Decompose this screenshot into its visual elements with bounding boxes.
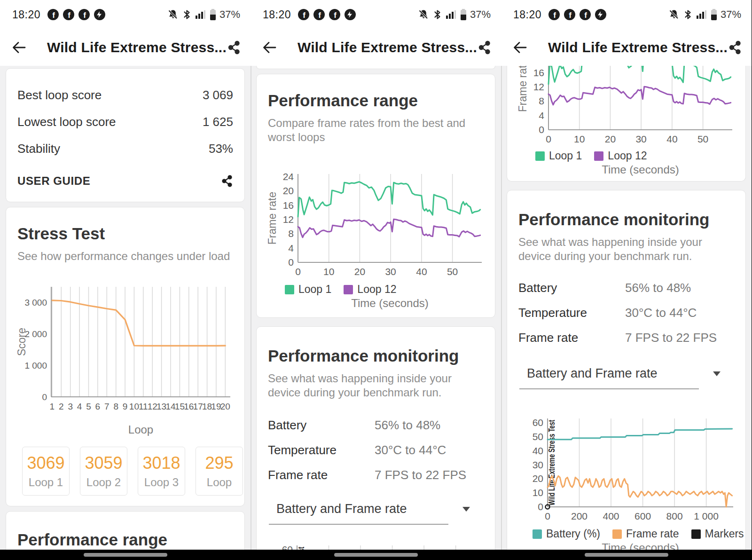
loop-score-value: 295	[205, 453, 233, 473]
legend-label: Loop 1	[298, 283, 331, 296]
svg-text:3 000: 3 000	[24, 298, 47, 308]
svg-text:20: 20	[220, 402, 230, 411]
home-gesture-handle[interactable]	[334, 553, 418, 557]
monitoring-value: 30°C to 44°C	[375, 443, 446, 457]
svg-text:10: 10	[533, 487, 543, 498]
loop-score-card: 3069 Loop 1	[22, 447, 70, 496]
monitoring-row: Battery 56% to 48%	[268, 413, 484, 438]
chart-svg: 01 0002 0003 000123456789101112131415161…	[17, 282, 234, 421]
svg-text:4: 4	[288, 243, 294, 253]
performance-range-chart: 0481216202401020304050Frame rate	[257, 169, 495, 280]
page-title: Wild Life Extreme Stress...	[548, 39, 728, 55]
svg-text:0: 0	[545, 511, 550, 521]
metric-dropdown[interactable]: Battery and Frame rate	[507, 366, 745, 389]
performance-monitoring-card: Performance monitoring See what was happ…	[256, 326, 495, 550]
chart-legend: Battery (%)Frame rateMarkers	[533, 528, 745, 540]
svg-text:16: 16	[184, 402, 194, 411]
chevron-down-icon	[462, 507, 470, 512]
svg-text:f: f	[68, 11, 70, 20]
monitoring-value: 56% to 48%	[625, 281, 691, 295]
section-subtitle: See what was happening inside your devic…	[268, 371, 484, 400]
share-button[interactable]	[728, 40, 742, 55]
svg-text:20: 20	[283, 185, 294, 196]
scroll-area[interactable]: Performance range Compare frame rates fr…	[251, 66, 501, 550]
share-icon[interactable]	[221, 175, 233, 187]
screenshot-triptych: 18:20 f f f 37% Wild Life Extreme Stress…	[0, 0, 752, 550]
svg-text:6: 6	[95, 402, 101, 411]
home-gesture-handle[interactable]	[585, 553, 668, 557]
facebook-icon: f	[579, 8, 591, 21]
loop-score-label: Loop	[207, 476, 232, 489]
monitoring-label: Frame rate	[518, 331, 625, 345]
svg-text:24: 24	[283, 171, 294, 182]
svg-text:1: 1	[50, 402, 55, 411]
summary-value: 53%	[209, 142, 233, 156]
user-guide-link[interactable]: USER GUIDE	[17, 174, 90, 188]
svg-text:10: 10	[574, 134, 585, 144]
dropdown-value[interactable]: Battery and Frame rate	[276, 502, 407, 516]
scroll-area[interactable]: Best loop score 3 069 Lowest loop score …	[0, 66, 251, 550]
svg-text:40: 40	[416, 266, 427, 277]
facebook-icon: f	[63, 8, 75, 21]
section-subtitle: See what was happening inside your devic…	[518, 235, 734, 263]
svg-text:7: 7	[104, 402, 110, 411]
svg-text:200: 200	[571, 511, 588, 521]
svg-text:9: 9	[123, 402, 128, 411]
svg-text:8: 8	[288, 228, 294, 239]
back-button[interactable]	[512, 40, 527, 55]
messenger-icon	[595, 8, 607, 21]
summary-label: Stability	[17, 142, 60, 156]
back-arrow-icon	[262, 40, 277, 55]
status-bar: 18:20 f f f 37%	[0, 0, 251, 29]
battery-percent: 37%	[219, 8, 240, 21]
section-title: Performance range	[268, 91, 484, 110]
section-title: Performance range	[17, 530, 233, 549]
summary-row: Best loop score 3 069	[17, 82, 233, 109]
legend-item: Loop 1	[285, 283, 331, 296]
clock: 18:20	[12, 8, 40, 21]
battery-percent: 37%	[721, 8, 741, 21]
facebook-icon: f	[298, 8, 310, 21]
svg-text:Frame rate: Frame rate	[268, 192, 278, 245]
share-button[interactable]	[478, 40, 492, 55]
legend-swatch	[344, 285, 353, 294]
loop-score-label: Loop 1	[29, 476, 63, 489]
svg-text:30: 30	[533, 459, 543, 470]
dropdown-value[interactable]: Battery and Frame rate	[527, 366, 658, 381]
performance-range-chart: 0481216202401020304050Frame rate	[507, 66, 745, 146]
performance-range-card: Performance range Compare frame rates fr…	[256, 74, 495, 318]
scroll-area[interactable]: 0481216202401020304050Frame rate Loop 1L…	[501, 66, 752, 550]
svg-text:0: 0	[539, 124, 544, 135]
notifications-muted-icon	[167, 8, 179, 21]
share-button[interactable]	[227, 40, 241, 55]
system-status-icons: 37%	[167, 8, 240, 21]
monitoring-row: Temperature 30°C to 44°C	[518, 300, 734, 325]
back-button[interactable]	[262, 40, 277, 55]
bluetooth-icon	[683, 8, 693, 21]
facebook-icon: f	[548, 8, 560, 21]
bluetooth-icon	[182, 8, 192, 21]
page-title: Wild Life Extreme Stress...	[298, 39, 477, 55]
page-title: Wild Life Extreme Stress...	[47, 39, 227, 55]
svg-text:2 000: 2 000	[24, 329, 47, 339]
metric-dropdown[interactable]: Battery and Frame rate	[257, 502, 495, 525]
chart-legend: Loop 1Loop 12	[285, 283, 495, 296]
back-button[interactable]	[11, 40, 26, 55]
clock: 18:20	[513, 8, 541, 21]
messenger-icon	[344, 8, 356, 21]
user-guide-row[interactable]: USER GUIDE	[17, 174, 233, 188]
svg-text:20: 20	[605, 134, 616, 144]
legend-label: Frame rate	[626, 528, 679, 540]
svg-text:4: 4	[77, 402, 82, 411]
svg-text:Wild Life Extreme Stress Test: Wild Life Extreme Stress Test	[547, 420, 556, 505]
loop-score-card: 3018 Loop 3	[138, 447, 185, 496]
monitoring-label: Battery	[518, 281, 625, 295]
chart-svg: 0481216202401020304050Frame rate	[518, 66, 737, 146]
svg-text:20: 20	[533, 473, 543, 484]
notifications-muted-icon	[668, 8, 680, 21]
home-gesture-handle[interactable]	[84, 553, 167, 557]
system-status-icons: 37%	[668, 8, 741, 21]
app-bar: Wild Life Extreme Stress...	[251, 29, 501, 66]
svg-text:12: 12	[148, 402, 157, 411]
notification-icons: f f f	[47, 8, 106, 21]
